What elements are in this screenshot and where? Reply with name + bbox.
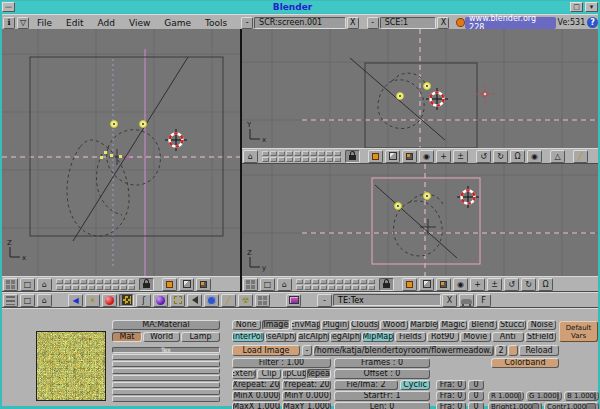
maxy-field[interactable]: MaxY 1.000 bbox=[282, 402, 331, 409]
layer-toggle[interactable] bbox=[304, 285, 311, 290]
flag-fields-button[interactable]: Fields bbox=[395, 332, 427, 342]
layer-toggle[interactable] bbox=[278, 151, 285, 156]
layer-toggle[interactable] bbox=[352, 285, 359, 290]
layer-toggle[interactable] bbox=[294, 151, 301, 156]
image-select-icon[interactable] bbox=[286, 294, 301, 307]
window-type-dropdown[interactable] bbox=[3, 278, 18, 291]
control-point[interactable] bbox=[140, 121, 147, 128]
material-id-button[interactable]: MA:Material bbox=[112, 320, 220, 330]
cyclic-button[interactable]: Cyclic bbox=[400, 380, 430, 390]
layer-toggle[interactable] bbox=[294, 157, 301, 162]
face-select-dropdown[interactable] bbox=[196, 278, 211, 291]
type-none-button[interactable]: None bbox=[232, 320, 261, 330]
layer-toggle[interactable] bbox=[72, 279, 79, 284]
clipcube-button[interactable]: ClipCube bbox=[282, 369, 306, 379]
layer-toggle[interactable] bbox=[286, 157, 293, 162]
layer-toggle[interactable] bbox=[96, 279, 103, 284]
mode-dropdown[interactable] bbox=[162, 278, 177, 291]
home-icon[interactable]: ⌂ bbox=[37, 294, 52, 307]
layer-toggle[interactable] bbox=[326, 157, 333, 162]
minx-field[interactable]: MinX 0.000 bbox=[232, 391, 280, 401]
world-buttons-icon[interactable] bbox=[153, 294, 168, 307]
menu-edit[interactable]: Edit bbox=[59, 18, 90, 28]
fra-field[interactable]: Fra: 0 bbox=[436, 391, 466, 401]
texture-slot[interactable] bbox=[112, 354, 220, 360]
texture-slot[interactable] bbox=[112, 375, 220, 381]
layer-toggle[interactable] bbox=[302, 157, 309, 162]
layer-toggle[interactable] bbox=[368, 285, 375, 290]
slider-knob[interactable] bbox=[557, 392, 559, 400]
pivot-dropdown[interactable]: ◉ bbox=[453, 278, 468, 291]
fra-count-field[interactable]: 0 bbox=[468, 402, 484, 409]
layer-toggle[interactable] bbox=[96, 285, 103, 290]
layer-toggle[interactable] bbox=[326, 151, 333, 156]
slider-knob[interactable] bbox=[518, 392, 521, 400]
flag-mipmap-button[interactable]: MipMap bbox=[362, 332, 394, 342]
mode-dropdown[interactable] bbox=[368, 150, 383, 163]
layer-toggle[interactable] bbox=[270, 157, 277, 162]
home-icon[interactable]: ⌂ bbox=[243, 150, 258, 163]
fra-field[interactable]: Fra: 0 bbox=[436, 380, 466, 390]
fullscreen-icon[interactable]: □ bbox=[20, 278, 35, 291]
slider-g[interactable]: G 1.000 bbox=[526, 391, 562, 401]
layer-toggle[interactable] bbox=[112, 285, 119, 290]
layer-toggle[interactable] bbox=[302, 151, 309, 156]
flag-rot90-button[interactable]: Rot90 bbox=[427, 332, 459, 342]
flag-usealpha-button[interactable]: UseAlpha bbox=[265, 332, 297, 342]
layer-toggle[interactable] bbox=[64, 279, 71, 284]
image-path-field[interactable]: /home/katja/blendertoyroom/flowermeadow.… bbox=[313, 345, 494, 356]
fullscreen-icon[interactable]: □ bbox=[20, 294, 35, 307]
flag-interpol-button[interactable]: InterPol bbox=[232, 332, 264, 342]
plus-minus-icon[interactable]: ± bbox=[487, 278, 502, 291]
slider-contr[interactable]: Contr1.000 bbox=[544, 402, 599, 409]
texture-buttons-icon[interactable] bbox=[119, 294, 134, 307]
proportional-icon[interactable]: △ bbox=[550, 150, 565, 163]
viewport-front[interactable]: Z x bbox=[2, 29, 240, 276]
context-mat-button[interactable]: Mat bbox=[112, 332, 142, 342]
layer-toggle[interactable] bbox=[312, 285, 319, 290]
texture-slot[interactable] bbox=[112, 361, 220, 367]
mode-dropdown[interactable] bbox=[402, 278, 417, 291]
layer-toggle[interactable] bbox=[270, 151, 277, 156]
layer-toggle[interactable] bbox=[278, 157, 285, 162]
window-menu-button[interactable]: — bbox=[2, 2, 15, 12]
omega-icon[interactable]: Ω bbox=[510, 150, 525, 163]
image-users-button[interactable]: 2 bbox=[495, 345, 507, 356]
layer-toggle[interactable] bbox=[128, 285, 135, 290]
face-select-dropdown[interactable] bbox=[436, 278, 451, 291]
auto-name-icon[interactable] bbox=[459, 294, 474, 307]
screen-browse-icon[interactable]: - bbox=[241, 17, 253, 29]
plane-outline[interactable] bbox=[30, 57, 223, 236]
layer-buttons[interactable] bbox=[296, 279, 375, 290]
layer-toggle[interactable] bbox=[128, 279, 135, 284]
layer-toggle[interactable] bbox=[88, 285, 95, 290]
layer-toggle[interactable] bbox=[262, 151, 269, 156]
layer-toggle[interactable] bbox=[360, 279, 367, 284]
view-buttons-icon[interactable]: ◀ bbox=[68, 294, 83, 307]
repeat-button[interactable]: Repeat bbox=[307, 369, 331, 379]
menu-file[interactable]: File bbox=[30, 18, 59, 28]
viewport-side[interactable]: Z y bbox=[242, 164, 598, 276]
layer-buttons[interactable] bbox=[262, 151, 341, 162]
maximize-button[interactable]: □ bbox=[570, 2, 583, 12]
layer-toggle[interactable] bbox=[296, 285, 303, 290]
layer-toggle[interactable] bbox=[104, 285, 111, 290]
display-buttons-icon[interactable] bbox=[255, 294, 270, 307]
layer-toggle[interactable] bbox=[262, 157, 269, 162]
texture-browse-icon[interactable]: - bbox=[317, 294, 332, 307]
layer-toggle[interactable] bbox=[304, 279, 311, 284]
move-icon[interactable]: + bbox=[470, 278, 485, 291]
type-magic-button[interactable]: Magic bbox=[439, 320, 468, 330]
edit-buttons-icon[interactable] bbox=[170, 294, 185, 307]
layer-toggle[interactable] bbox=[112, 279, 119, 284]
layer-toggle[interactable] bbox=[56, 279, 63, 284]
image-browse-icon[interactable]: - bbox=[302, 345, 312, 356]
type-wood-button[interactable]: Wood bbox=[380, 320, 409, 330]
context-lamp-button[interactable]: Lamp bbox=[181, 332, 220, 342]
pencil-icon[interactable]: ╱ bbox=[573, 150, 588, 163]
layer-toggle[interactable] bbox=[104, 279, 111, 284]
pack-image-icon[interactable] bbox=[508, 345, 518, 356]
miny-field[interactable]: MinY 0.000 bbox=[282, 391, 331, 401]
plus-minus-icon[interactable]: ± bbox=[453, 150, 468, 163]
yrepeat-field[interactable]: Yrepeat: 20 bbox=[282, 380, 331, 390]
